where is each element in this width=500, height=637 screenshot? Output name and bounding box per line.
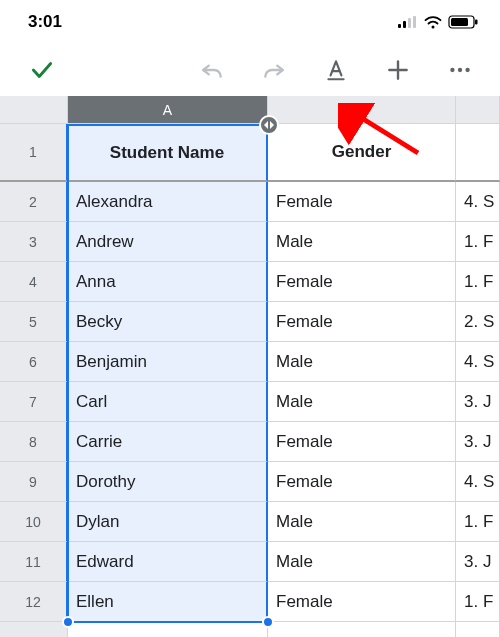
row-header[interactable]: 4	[0, 262, 68, 302]
cell[interactable]: Becky	[68, 302, 268, 342]
table-row: 2 Alexandra Female 4. S	[0, 182, 500, 222]
status-indicators	[398, 15, 478, 29]
plus-icon	[385, 57, 411, 83]
table-row: 7 Carl Male 3. J	[0, 382, 500, 422]
row-header[interactable]: 5	[0, 302, 68, 342]
cell[interactable]: Female	[268, 182, 456, 222]
battery-icon	[448, 15, 478, 29]
svg-rect-0	[398, 24, 401, 28]
table-row: 8 Carrie Female 3. J	[0, 422, 500, 462]
cell[interactable]: 3. J	[456, 382, 500, 422]
more-icon	[447, 57, 473, 83]
table-row: 11 Edward Male 3. J	[0, 542, 500, 582]
row-header[interactable]: 2	[0, 182, 68, 222]
cell[interactable]: 1. F	[456, 502, 500, 542]
table-row: 4 Anna Female 1. F	[0, 262, 500, 302]
table-row: 5 Becky Female 2. S	[0, 302, 500, 342]
cell[interactable]	[456, 622, 500, 637]
cell[interactable]: Dorothy	[68, 462, 268, 502]
cell[interactable]	[456, 124, 500, 181]
cell[interactable]: Edward	[68, 542, 268, 582]
cell[interactable]: Female	[268, 582, 456, 622]
cell[interactable]: 4. S	[456, 342, 500, 382]
cell[interactable]: Carrie	[68, 422, 268, 462]
cell[interactable]: Female	[268, 262, 456, 302]
table-row: 3 Andrew Male 1. F	[0, 222, 500, 262]
add-button[interactable]	[376, 48, 420, 92]
undo-button[interactable]	[190, 48, 234, 92]
table-row: 13	[0, 622, 500, 637]
cell-header-name[interactable]: Student Name	[68, 124, 268, 181]
cell[interactable]: Dylan	[68, 502, 268, 542]
cell[interactable]: 4. S	[456, 462, 500, 502]
wifi-icon	[424, 16, 442, 29]
row-header[interactable]: 7	[0, 382, 68, 422]
undo-icon	[199, 57, 225, 83]
table-row: 12 Ellen Female 1. F	[0, 582, 500, 622]
column-header-b[interactable]: B	[268, 96, 456, 124]
cellular-icon	[398, 16, 418, 28]
cell[interactable]: Male	[268, 502, 456, 542]
status-time: 3:01	[28, 12, 62, 32]
cell[interactable]: 4. S	[456, 182, 500, 222]
row-header[interactable]: 8	[0, 422, 68, 462]
row-header[interactable]: 1	[0, 124, 68, 181]
cell[interactable]: 2. S	[456, 302, 500, 342]
row-header[interactable]: 6	[0, 342, 68, 382]
selection-border	[67, 621, 269, 623]
cell[interactable]: 1. F	[456, 262, 500, 302]
redo-button[interactable]	[252, 48, 296, 92]
column-headers: A B	[0, 96, 500, 124]
row-header[interactable]: 11	[0, 542, 68, 582]
table-row: 10 Dylan Male 1. F	[0, 502, 500, 542]
column-header-a[interactable]: A	[68, 96, 268, 124]
svg-rect-6	[475, 20, 478, 25]
cell[interactable]: 3. J	[456, 422, 500, 462]
row-header[interactable]: 13	[0, 622, 68, 637]
cell[interactable]: Carl	[68, 382, 268, 422]
cell[interactable]: Male	[268, 342, 456, 382]
cell[interactable]: Anna	[68, 262, 268, 302]
column-resize-handle[interactable]	[259, 115, 279, 135]
selection-handle[interactable]	[262, 616, 274, 628]
confirm-button[interactable]	[20, 48, 64, 92]
text-format-button[interactable]	[314, 48, 358, 92]
cell[interactable]: Ellen	[68, 582, 268, 622]
cell[interactable]: Male	[268, 222, 456, 262]
row-header[interactable]: 9	[0, 462, 68, 502]
row-header[interactable]: 10	[0, 502, 68, 542]
cell[interactable]: 1. F	[456, 222, 500, 262]
svg-point-10	[465, 68, 469, 72]
cell[interactable]: Male	[268, 542, 456, 582]
svg-rect-1	[403, 21, 406, 28]
row-header[interactable]: 3	[0, 222, 68, 262]
cell[interactable]: Male	[268, 382, 456, 422]
row-header[interactable]: 12	[0, 582, 68, 622]
check-icon	[29, 57, 55, 83]
corner-cell[interactable]	[0, 96, 68, 124]
spreadsheet[interactable]: A B 1 Student Name Gender 2 Alexandra Fe…	[0, 96, 500, 637]
svg-point-9	[458, 68, 462, 72]
column-header-c[interactable]	[456, 96, 500, 124]
cell[interactable]: Alexandra	[68, 182, 268, 222]
status-bar: 3:01	[0, 0, 500, 44]
cell[interactable]	[268, 622, 456, 637]
svg-rect-5	[451, 18, 468, 26]
cell[interactable]	[68, 622, 268, 637]
text-format-icon	[323, 57, 349, 83]
cell[interactable]: Andrew	[68, 222, 268, 262]
cell[interactable]: Benjamin	[68, 342, 268, 382]
cell[interactable]: Female	[268, 462, 456, 502]
cell[interactable]: 3. J	[456, 542, 500, 582]
redo-icon	[261, 57, 287, 83]
cell-header-gender[interactable]: Gender	[268, 124, 456, 181]
grid-rows: 1 Student Name Gender 2 Alexandra Female…	[0, 124, 500, 637]
more-button[interactable]	[438, 48, 482, 92]
selection-handle[interactable]	[62, 616, 74, 628]
table-row: 6 Benjamin Male 4. S	[0, 342, 500, 382]
svg-rect-3	[413, 16, 416, 28]
cell[interactable]: 1. F	[456, 582, 500, 622]
cell[interactable]: Female	[268, 302, 456, 342]
cell[interactable]: Female	[268, 422, 456, 462]
selection-border	[67, 124, 69, 622]
